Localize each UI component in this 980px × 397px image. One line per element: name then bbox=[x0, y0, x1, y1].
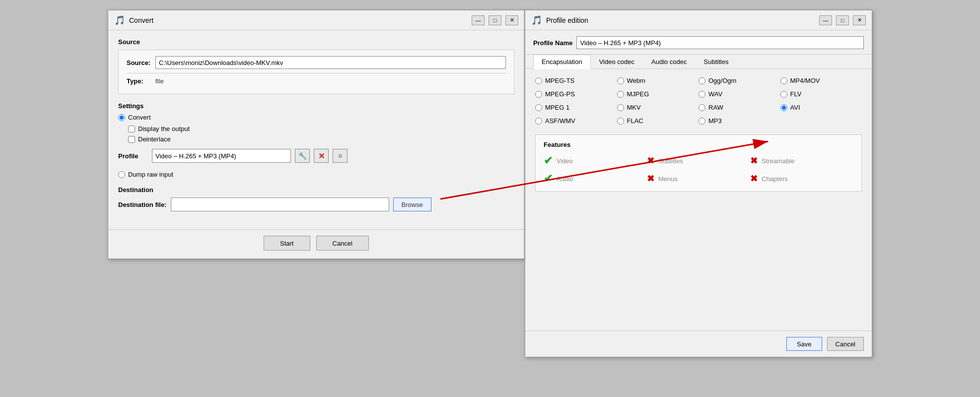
radio-mjpeg[interactable] bbox=[617, 91, 624, 98]
encapsulation-content: MPEG-TS Webm Ogg/Ogm MP4/MOV MPEG-P bbox=[525, 69, 872, 331]
radio-wav[interactable] bbox=[699, 91, 705, 98]
radio-mpeg1[interactable] bbox=[535, 104, 542, 111]
profile-delete-btn[interactable]: ✕ bbox=[314, 149, 329, 163]
profile-list-btn[interactable]: ≡ bbox=[333, 149, 348, 163]
display-output-label[interactable]: Display the output bbox=[138, 125, 190, 132]
feature-menus: ✖ Menus bbox=[647, 172, 750, 185]
option-ogg[interactable]: Ogg/Ogm bbox=[699, 77, 780, 84]
tab-encapsulation[interactable]: Encapsulation bbox=[533, 55, 591, 69]
label-avi: AVI bbox=[790, 104, 800, 111]
profile-edit-btn[interactable]: 🔧 bbox=[295, 149, 310, 163]
convert-title-bar: 🎵 Convert — □ ✕ bbox=[108, 10, 524, 30]
option-flv[interactable]: FLV bbox=[780, 90, 862, 98]
profile-close-btn[interactable]: ✕ bbox=[853, 15, 866, 25]
start-btn[interactable]: Start bbox=[264, 236, 310, 251]
option-mpeg-ps[interactable]: MPEG-PS bbox=[535, 90, 617, 98]
dest-file-label: Destination file: bbox=[118, 201, 167, 208]
convert-minimize-btn[interactable]: — bbox=[472, 15, 485, 25]
dump-radio-label[interactable]: Dump raw input bbox=[128, 171, 173, 178]
option-asfwmv[interactable]: ASF/WMV bbox=[535, 117, 617, 125]
deinterlace-label[interactable]: Deinterlace bbox=[138, 135, 171, 143]
option-webm[interactable]: Webm bbox=[617, 77, 699, 84]
label-mpeg1: MPEG 1 bbox=[545, 104, 569, 111]
source-field-row: Source: bbox=[127, 56, 506, 69]
option-avi[interactable]: AVI bbox=[780, 104, 862, 111]
convert-radio-label[interactable]: Convert bbox=[128, 114, 151, 121]
label-mkv: MKV bbox=[627, 104, 641, 111]
option-mp3[interactable]: MP3 bbox=[699, 117, 780, 125]
option-mpeg-ts[interactable]: MPEG-TS bbox=[535, 77, 617, 84]
radio-webm[interactable] bbox=[617, 77, 624, 84]
option-mjpeg[interactable]: MJPEG bbox=[617, 90, 699, 98]
display-output-checkbox[interactable] bbox=[128, 126, 135, 132]
radio-mpeg-ps[interactable] bbox=[535, 91, 542, 98]
profile-dropdown-wrapper: Video – H.265 + MP3 (MP4) bbox=[152, 149, 291, 163]
convert-close-btn[interactable]: ✕ bbox=[505, 15, 518, 25]
dump-radio[interactable] bbox=[118, 171, 125, 178]
destination-section: Destination Destination file: Browse bbox=[118, 186, 514, 211]
radio-raw[interactable] bbox=[699, 104, 705, 111]
dump-raw-row: Dump raw input bbox=[118, 171, 514, 178]
profile-window-title: Profile edition bbox=[546, 16, 815, 24]
destination-label: Destination bbox=[118, 186, 514, 194]
deinterlace-checkbox[interactable] bbox=[128, 136, 135, 143]
label-mp3: MP3 bbox=[708, 117, 722, 125]
check-audio-icon: ✔ bbox=[544, 172, 553, 185]
radio-flv[interactable] bbox=[780, 91, 787, 98]
profile-maximize-btn[interactable]: □ bbox=[836, 15, 849, 25]
option-mpeg1[interactable]: MPEG 1 bbox=[535, 104, 617, 111]
type-field-row: Type: file bbox=[127, 77, 506, 85]
convert-radio[interactable] bbox=[118, 114, 125, 121]
list-icon: ≡ bbox=[338, 152, 342, 160]
radio-mp3[interactable] bbox=[699, 118, 705, 125]
vlc-icon: 🎵 bbox=[114, 15, 125, 26]
profile-name-row: Profile Name bbox=[525, 30, 872, 55]
save-btn[interactable]: Save bbox=[786, 337, 822, 351]
tab-subtitles[interactable]: Subtitles bbox=[696, 55, 737, 69]
radio-avi[interactable] bbox=[780, 104, 787, 111]
dest-file-input[interactable] bbox=[171, 198, 389, 211]
option-wav[interactable]: WAV bbox=[699, 90, 780, 98]
profile-select[interactable]: Video – H.265 + MP3 (MP4) bbox=[152, 149, 291, 163]
wrench-icon: 🔧 bbox=[298, 152, 307, 160]
label-flv: FLV bbox=[790, 90, 802, 98]
convert-maximize-btn[interactable]: □ bbox=[489, 15, 501, 25]
radio-mp4mov[interactable] bbox=[780, 77, 787, 84]
type-value: file bbox=[155, 77, 164, 85]
profile-cancel-btn[interactable]: Cancel bbox=[827, 337, 864, 351]
label-ogg: Ogg/Ogm bbox=[708, 77, 736, 84]
features-section: Features ✔ Video ✖ Subtitles ✖ bbox=[535, 134, 862, 192]
option-flac[interactable]: FLAC bbox=[617, 117, 699, 125]
cancel-btn[interactable]: Cancel bbox=[316, 236, 369, 251]
cross-chapters-icon: ✖ bbox=[750, 173, 758, 184]
display-output-row: Display the output bbox=[128, 125, 514, 132]
browse-btn[interactable]: Browse bbox=[393, 198, 431, 211]
features-title: Features bbox=[544, 141, 853, 148]
label-flac: FLAC bbox=[627, 117, 643, 125]
label-webm: Webm bbox=[627, 77, 645, 84]
profile-name-input[interactable] bbox=[576, 36, 864, 49]
option-mp4mov[interactable]: MP4/MOV bbox=[780, 77, 862, 84]
feature-streamable-label: Streamable bbox=[762, 157, 794, 165]
radio-ogg[interactable] bbox=[699, 77, 705, 84]
profile-minimize-btn[interactable]: — bbox=[819, 15, 832, 25]
profile-label: Profile bbox=[118, 152, 148, 160]
option-mkv[interactable]: MKV bbox=[617, 104, 699, 111]
tab-audio-codec[interactable]: Audio codec bbox=[643, 55, 696, 69]
radio-asfwmv[interactable] bbox=[535, 118, 542, 125]
label-mjpeg: MJPEG bbox=[627, 90, 649, 98]
tab-video-codec[interactable]: Video codec bbox=[591, 55, 643, 69]
feature-subtitles-label: Subtitles bbox=[658, 157, 683, 165]
option-raw[interactable]: RAW bbox=[699, 104, 780, 111]
radio-mkv[interactable] bbox=[617, 104, 624, 111]
radio-flac[interactable] bbox=[617, 118, 624, 125]
cross-subtitles-icon: ✖ bbox=[647, 155, 654, 166]
label-mp4mov: MP4/MOV bbox=[790, 77, 820, 84]
source-section-label: Source bbox=[118, 38, 514, 46]
source-input[interactable] bbox=[155, 56, 506, 69]
radio-mpeg-ts[interactable] bbox=[535, 77, 542, 84]
convert-window: 🎵 Convert — □ ✕ Source Source: Type: fil… bbox=[108, 10, 525, 259]
label-mpeg-ps: MPEG-PS bbox=[545, 90, 575, 98]
settings-label: Settings bbox=[118, 102, 514, 110]
feature-audio: ✔ Audio bbox=[544, 172, 647, 185]
